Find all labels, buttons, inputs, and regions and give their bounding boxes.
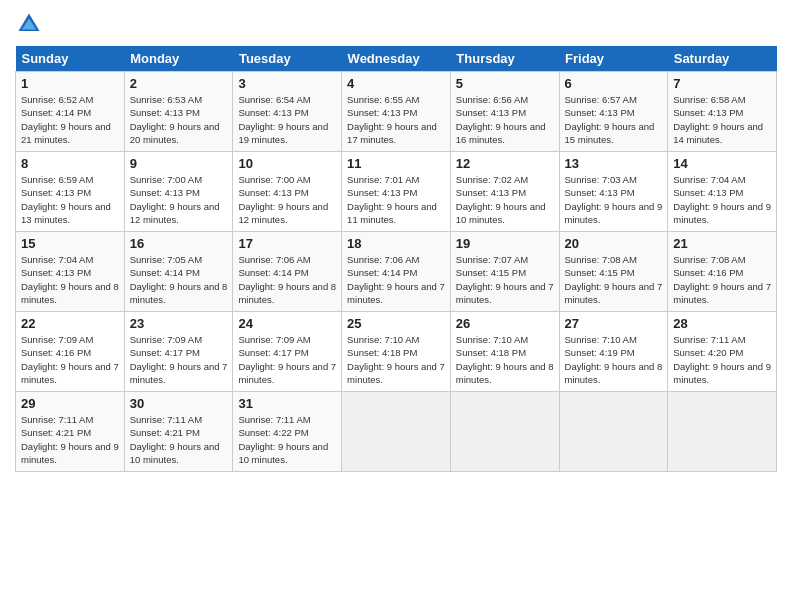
day-number: 28 — [673, 316, 771, 331]
calendar-day-cell: 6Sunrise: 6:57 AMSunset: 4:13 PMDaylight… — [559, 72, 668, 152]
day-of-week-header: Friday — [559, 46, 668, 72]
calendar-day-cell: 8Sunrise: 6:59 AMSunset: 4:13 PMDaylight… — [16, 152, 125, 232]
day-detail: Sunrise: 6:58 AMSunset: 4:13 PMDaylight:… — [673, 93, 771, 146]
calendar-day-cell: 9Sunrise: 7:00 AMSunset: 4:13 PMDaylight… — [124, 152, 233, 232]
calendar-week-row: 1Sunrise: 6:52 AMSunset: 4:14 PMDaylight… — [16, 72, 777, 152]
calendar-day-cell: 25Sunrise: 7:10 AMSunset: 4:18 PMDayligh… — [342, 312, 451, 392]
day-detail: Sunrise: 6:56 AMSunset: 4:13 PMDaylight:… — [456, 93, 554, 146]
calendar-day-cell — [559, 392, 668, 472]
calendar-week-row: 29Sunrise: 7:11 AMSunset: 4:21 PMDayligh… — [16, 392, 777, 472]
calendar-day-cell — [668, 392, 777, 472]
day-number: 1 — [21, 76, 119, 91]
calendar-day-cell: 12Sunrise: 7:02 AMSunset: 4:13 PMDayligh… — [450, 152, 559, 232]
day-number: 8 — [21, 156, 119, 171]
day-number: 14 — [673, 156, 771, 171]
day-number: 31 — [238, 396, 336, 411]
day-number: 26 — [456, 316, 554, 331]
calendar-day-cell: 10Sunrise: 7:00 AMSunset: 4:13 PMDayligh… — [233, 152, 342, 232]
day-detail: Sunrise: 7:01 AMSunset: 4:13 PMDaylight:… — [347, 173, 445, 226]
day-detail: Sunrise: 7:09 AMSunset: 4:16 PMDaylight:… — [21, 333, 119, 386]
day-detail: Sunrise: 7:06 AMSunset: 4:14 PMDaylight:… — [347, 253, 445, 306]
calendar-day-cell: 23Sunrise: 7:09 AMSunset: 4:17 PMDayligh… — [124, 312, 233, 392]
calendar-day-cell: 21Sunrise: 7:08 AMSunset: 4:16 PMDayligh… — [668, 232, 777, 312]
day-detail: Sunrise: 7:08 AMSunset: 4:15 PMDaylight:… — [565, 253, 663, 306]
calendar-day-cell: 31Sunrise: 7:11 AMSunset: 4:22 PMDayligh… — [233, 392, 342, 472]
calendar-day-cell: 4Sunrise: 6:55 AMSunset: 4:13 PMDaylight… — [342, 72, 451, 152]
day-detail: Sunrise: 6:53 AMSunset: 4:13 PMDaylight:… — [130, 93, 228, 146]
day-number: 15 — [21, 236, 119, 251]
day-number: 17 — [238, 236, 336, 251]
calendar-day-cell: 18Sunrise: 7:06 AMSunset: 4:14 PMDayligh… — [342, 232, 451, 312]
day-detail: Sunrise: 7:10 AMSunset: 4:18 PMDaylight:… — [456, 333, 554, 386]
calendar-day-cell: 15Sunrise: 7:04 AMSunset: 4:13 PMDayligh… — [16, 232, 125, 312]
calendar-day-cell: 28Sunrise: 7:11 AMSunset: 4:20 PMDayligh… — [668, 312, 777, 392]
calendar-table: SundayMondayTuesdayWednesdayThursdayFrid… — [15, 46, 777, 472]
day-detail: Sunrise: 7:05 AMSunset: 4:14 PMDaylight:… — [130, 253, 228, 306]
day-number: 22 — [21, 316, 119, 331]
calendar-day-cell — [450, 392, 559, 472]
day-detail: Sunrise: 7:02 AMSunset: 4:13 PMDaylight:… — [456, 173, 554, 226]
day-number: 16 — [130, 236, 228, 251]
day-detail: Sunrise: 7:11 AMSunset: 4:20 PMDaylight:… — [673, 333, 771, 386]
calendar-day-cell: 7Sunrise: 6:58 AMSunset: 4:13 PMDaylight… — [668, 72, 777, 152]
day-detail: Sunrise: 6:55 AMSunset: 4:13 PMDaylight:… — [347, 93, 445, 146]
calendar-day-cell: 16Sunrise: 7:05 AMSunset: 4:14 PMDayligh… — [124, 232, 233, 312]
logo-icon — [15, 10, 43, 38]
day-number: 6 — [565, 76, 663, 91]
day-of-week-header: Monday — [124, 46, 233, 72]
calendar-day-cell: 22Sunrise: 7:09 AMSunset: 4:16 PMDayligh… — [16, 312, 125, 392]
calendar-day-cell: 5Sunrise: 6:56 AMSunset: 4:13 PMDaylight… — [450, 72, 559, 152]
calendar-body: 1Sunrise: 6:52 AMSunset: 4:14 PMDaylight… — [16, 72, 777, 472]
day-number: 12 — [456, 156, 554, 171]
day-number: 20 — [565, 236, 663, 251]
calendar-day-cell: 26Sunrise: 7:10 AMSunset: 4:18 PMDayligh… — [450, 312, 559, 392]
day-of-week-header: Wednesday — [342, 46, 451, 72]
calendar-day-cell: 27Sunrise: 7:10 AMSunset: 4:19 PMDayligh… — [559, 312, 668, 392]
calendar-day-cell: 3Sunrise: 6:54 AMSunset: 4:13 PMDaylight… — [233, 72, 342, 152]
page-container: SundayMondayTuesdayWednesdayThursdayFrid… — [0, 0, 792, 477]
day-number: 11 — [347, 156, 445, 171]
day-detail: Sunrise: 6:54 AMSunset: 4:13 PMDaylight:… — [238, 93, 336, 146]
day-of-week-header: Tuesday — [233, 46, 342, 72]
day-detail: Sunrise: 6:59 AMSunset: 4:13 PMDaylight:… — [21, 173, 119, 226]
day-number: 30 — [130, 396, 228, 411]
day-detail: Sunrise: 7:10 AMSunset: 4:18 PMDaylight:… — [347, 333, 445, 386]
logo — [15, 10, 47, 38]
day-detail: Sunrise: 7:04 AMSunset: 4:13 PMDaylight:… — [21, 253, 119, 306]
day-number: 7 — [673, 76, 771, 91]
day-of-week-header: Sunday — [16, 46, 125, 72]
calendar-day-cell: 13Sunrise: 7:03 AMSunset: 4:13 PMDayligh… — [559, 152, 668, 232]
day-number: 29 — [21, 396, 119, 411]
day-number: 5 — [456, 76, 554, 91]
calendar-day-cell: 1Sunrise: 6:52 AMSunset: 4:14 PMDaylight… — [16, 72, 125, 152]
day-detail: Sunrise: 7:00 AMSunset: 4:13 PMDaylight:… — [130, 173, 228, 226]
day-of-week-header: Saturday — [668, 46, 777, 72]
calendar-day-cell: 24Sunrise: 7:09 AMSunset: 4:17 PMDayligh… — [233, 312, 342, 392]
calendar-day-cell: 11Sunrise: 7:01 AMSunset: 4:13 PMDayligh… — [342, 152, 451, 232]
day-of-week-header: Thursday — [450, 46, 559, 72]
day-number: 19 — [456, 236, 554, 251]
day-detail: Sunrise: 7:00 AMSunset: 4:13 PMDaylight:… — [238, 173, 336, 226]
calendar-day-cell: 19Sunrise: 7:07 AMSunset: 4:15 PMDayligh… — [450, 232, 559, 312]
calendar-day-cell: 2Sunrise: 6:53 AMSunset: 4:13 PMDaylight… — [124, 72, 233, 152]
day-number: 18 — [347, 236, 445, 251]
day-detail: Sunrise: 7:09 AMSunset: 4:17 PMDaylight:… — [130, 333, 228, 386]
calendar-week-row: 22Sunrise: 7:09 AMSunset: 4:16 PMDayligh… — [16, 312, 777, 392]
calendar-day-cell — [342, 392, 451, 472]
calendar-day-cell: 14Sunrise: 7:04 AMSunset: 4:13 PMDayligh… — [668, 152, 777, 232]
calendar-day-cell: 29Sunrise: 7:11 AMSunset: 4:21 PMDayligh… — [16, 392, 125, 472]
day-detail: Sunrise: 6:57 AMSunset: 4:13 PMDaylight:… — [565, 93, 663, 146]
day-number: 10 — [238, 156, 336, 171]
day-detail: Sunrise: 6:52 AMSunset: 4:14 PMDaylight:… — [21, 93, 119, 146]
day-detail: Sunrise: 7:11 AMSunset: 4:21 PMDaylight:… — [130, 413, 228, 466]
day-detail: Sunrise: 7:10 AMSunset: 4:19 PMDaylight:… — [565, 333, 663, 386]
calendar-week-row: 8Sunrise: 6:59 AMSunset: 4:13 PMDaylight… — [16, 152, 777, 232]
day-number: 4 — [347, 76, 445, 91]
calendar-week-row: 15Sunrise: 7:04 AMSunset: 4:13 PMDayligh… — [16, 232, 777, 312]
day-number: 23 — [130, 316, 228, 331]
day-number: 13 — [565, 156, 663, 171]
day-number: 25 — [347, 316, 445, 331]
day-detail: Sunrise: 7:04 AMSunset: 4:13 PMDaylight:… — [673, 173, 771, 226]
calendar-day-cell: 30Sunrise: 7:11 AMSunset: 4:21 PMDayligh… — [124, 392, 233, 472]
day-detail: Sunrise: 7:03 AMSunset: 4:13 PMDaylight:… — [565, 173, 663, 226]
